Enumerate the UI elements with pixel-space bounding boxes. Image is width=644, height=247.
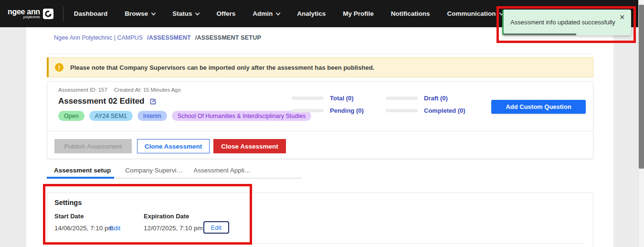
card-divider xyxy=(47,131,593,131)
edit-start-date-link[interactable]: Edit xyxy=(109,225,120,232)
assessment-badges: Open AY24 SEM1 Interim School Of Humanit… xyxy=(58,111,311,121)
stat-progress-bar xyxy=(292,109,324,112)
settings-divider xyxy=(54,243,586,244)
warning-icon: ! xyxy=(55,63,63,72)
breadcrumb-assessment[interactable]: /ASSESSMENT xyxy=(147,34,191,41)
stat-progress-bar xyxy=(386,97,418,100)
tab[interactable]: Assessment setup xyxy=(47,164,125,178)
start-date-value: 14/06/2025, 7:10 pm xyxy=(54,225,114,232)
nav-menu-item[interactable]: Status xyxy=(172,10,199,17)
status-badge: School Of Humanities & Interdisciplinary… xyxy=(172,111,311,121)
logo-line1: ngee ann xyxy=(8,8,40,15)
chevron-down-icon xyxy=(195,11,200,15)
tab-bar: Assessment setup Company Supervi… Assess… xyxy=(47,164,302,179)
tab[interactable]: Assessment Appli… xyxy=(193,164,261,178)
add-custom-question-button[interactable]: Add Custom Question xyxy=(491,100,586,114)
expiration-date-label: Expiration Date xyxy=(144,213,189,220)
stat-label: Draft (0) xyxy=(424,95,448,102)
chevron-down-icon xyxy=(276,11,281,15)
breadcrumb-current: /ASSESSMENT SETUP xyxy=(195,34,261,41)
logo-swirl-icon xyxy=(43,9,53,19)
assessment-card: Assessment ID: 157 Created At: 15 Minute… xyxy=(47,81,593,159)
toast-notification: Assessment info updated successfully ✕ xyxy=(502,10,631,35)
settings-heading: Settings xyxy=(54,199,82,206)
publish-assessment-button[interactable]: Publish Assessment xyxy=(54,139,132,153)
toast-message: Assessment info updated successfully xyxy=(510,19,615,26)
close-icon[interactable]: ✕ xyxy=(619,13,625,21)
assessment-id: Assessment ID: 157 xyxy=(58,87,107,93)
nav-menu-item[interactable]: My Profile xyxy=(343,10,374,17)
header-divider xyxy=(47,54,593,54)
stat-item: Completed (0) xyxy=(386,107,465,114)
status-badge: AY24 SEM1 xyxy=(89,111,133,121)
tab[interactable]: Company Supervi… xyxy=(125,164,193,178)
assessment-title-row: Assessment 02 Edited xyxy=(58,97,157,106)
scrollbar-thumb[interactable] xyxy=(639,5,644,169)
edit-expiration-date-button[interactable]: Edit xyxy=(203,221,229,234)
stat-label: Total (0) xyxy=(330,95,354,102)
warning-text: Please note that Company Supervisors can… xyxy=(70,64,374,71)
breadcrumb-root[interactable]: Ngee Ann Polytechnic | CAMPUS xyxy=(54,34,143,41)
ngee-ann-logo[interactable]: ngee ann polytechnic xyxy=(8,8,53,19)
nav-menu: Dashboard Browse Status Offers Admin Ana… xyxy=(74,10,503,17)
stat-item: Total (0) xyxy=(292,95,386,102)
stat-progress-bar xyxy=(386,109,418,112)
nav-menu-item[interactable]: Dashboard xyxy=(74,10,108,17)
assessment-title: Assessment 02 Edited xyxy=(58,97,144,106)
active-tab-underline xyxy=(47,177,114,179)
assessment-actions: Publish Assessment Clone Assessment Clos… xyxy=(54,139,286,153)
status-badge: Interim xyxy=(137,111,167,121)
assessment-created-at: Created At: 15 Minutes Ago xyxy=(114,87,181,93)
scrollbar-track[interactable] xyxy=(638,0,644,247)
settings-card: Settings Start Date Expiration Date 14/0… xyxy=(47,193,593,247)
edit-title-icon[interactable] xyxy=(149,97,157,106)
nav-menu-item[interactable]: Communication xyxy=(447,10,503,17)
assessment-stats: Total (0) Draft (0) Pending (0) Complete… xyxy=(292,95,465,114)
stat-item: Pending (0) xyxy=(292,107,386,114)
breadcrumb: Ngee Ann Polytechnic | CAMPUS /ASSESSMEN… xyxy=(54,34,261,41)
clone-assessment-button[interactable]: Clone Assessment xyxy=(137,139,210,153)
nav-menu-item[interactable]: Analytics xyxy=(297,10,326,17)
assessment-meta: Assessment ID: 157 Created At: 15 Minute… xyxy=(58,87,181,93)
nav-menu-item[interactable]: Offers xyxy=(216,10,235,17)
stat-label: Completed (0) xyxy=(424,107,465,114)
nav-menu-item[interactable]: Browse xyxy=(125,10,155,17)
toast-progress-bar xyxy=(504,33,576,35)
stat-progress-bar xyxy=(292,97,324,100)
close-assessment-button[interactable]: Close Assessment xyxy=(213,139,286,153)
status-badge: Open xyxy=(58,111,84,121)
warning-banner: ! Please note that Company Supervisors c… xyxy=(47,57,593,77)
logo-text: ngee ann polytechnic xyxy=(8,8,40,19)
nav-divider xyxy=(63,7,63,21)
logo-line2: polytechnic xyxy=(23,15,40,19)
stat-label: Pending (0) xyxy=(330,107,364,114)
expiration-date-value: 12/07/2025, 7:10 pm xyxy=(144,225,203,232)
nav-menu-item[interactable]: Admin xyxy=(253,10,280,17)
start-date-label: Start Date xyxy=(54,213,84,220)
stat-item: Draft (0) xyxy=(386,95,465,102)
nav-menu-item[interactable]: Notifications xyxy=(391,10,430,17)
chevron-down-icon xyxy=(151,11,156,15)
